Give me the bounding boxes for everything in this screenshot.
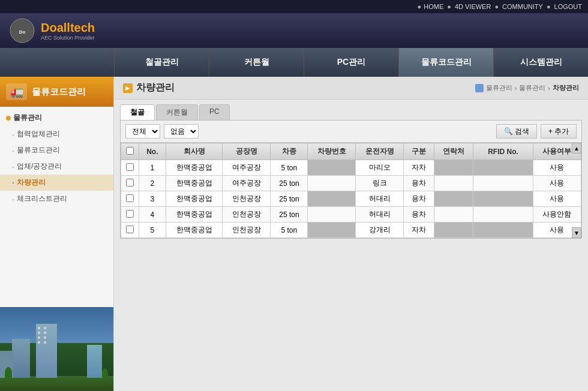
viewer-link[interactable]: 4D VIEWER bbox=[455, 3, 491, 10]
row-checkbox-3[interactable] bbox=[126, 210, 134, 218]
cell-category: 자차 bbox=[404, 222, 434, 238]
main-content: ▶ 차량관리 물류관리 › 물류관리 › 차량관리 철골 커튼월 PC 전체 bbox=[114, 77, 588, 391]
select-all-checkbox[interactable] bbox=[126, 147, 134, 155]
page-title: 차량관리 bbox=[136, 82, 175, 94]
cell-contact bbox=[434, 222, 473, 238]
breadcrumb-1: 물류관리 bbox=[486, 83, 512, 92]
cell-company: 한맥중공업 bbox=[166, 176, 223, 191]
building-windows bbox=[38, 327, 40, 329]
sidebar-item-mulryukode[interactable]: 물류코드관리 bbox=[0, 142, 113, 158]
nav-mulryu[interactable]: 물류코드관리 bbox=[398, 48, 493, 77]
sub-tabs: 철골 커튼월 PC bbox=[114, 100, 588, 120]
cell-factory: 인천공장 bbox=[223, 191, 271, 207]
th-no: No. bbox=[139, 143, 166, 160]
cell-driver: 마리오 bbox=[356, 160, 404, 176]
cell-plate bbox=[308, 176, 356, 191]
sidebar: 🚛 물류코드관리 물류관리 협력업체관리 물류코드관리 업체/공장관리 차량관리… bbox=[0, 77, 114, 391]
cell-rfid bbox=[473, 207, 533, 222]
breadcrumb: 물류관리 › 물류관리 › 차량관리 bbox=[475, 83, 579, 92]
dot-1: ● bbox=[447, 3, 451, 10]
sidebar-item-hyeopryeok[interactable]: 협력업체관리 bbox=[0, 126, 113, 142]
breadcrumb-3: 차량관리 bbox=[553, 83, 579, 92]
tab-cheolgol[interactable]: 철골 bbox=[120, 104, 155, 120]
logo-text: Doalltech AEC Solution Provider bbox=[41, 21, 95, 41]
tree-2 bbox=[102, 368, 108, 379]
sidebar-item-checklist[interactable]: 체크리스트관리 bbox=[0, 191, 113, 207]
sidebar-item-eopche[interactable]: 업체/공장관리 bbox=[0, 158, 113, 175]
tab-pc[interactable]: PC bbox=[199, 104, 230, 120]
tab-curtainwall[interactable]: 커튼월 bbox=[156, 104, 198, 120]
row-checkbox-cell bbox=[121, 207, 139, 222]
scroll-up-button[interactable]: ▲ bbox=[572, 143, 581, 154]
add-icon: + bbox=[548, 127, 553, 136]
building-3 bbox=[87, 345, 102, 378]
ground bbox=[0, 376, 114, 391]
cell-factory: 인천공장 bbox=[223, 222, 271, 238]
cell-company: 한맥중공업 bbox=[166, 222, 223, 238]
header: Do Doalltech AEC Solution Provider bbox=[0, 13, 588, 48]
breadcrumb-icon bbox=[475, 84, 484, 92]
cell-driver: 허대리 bbox=[356, 207, 404, 222]
cell-contact bbox=[434, 207, 473, 222]
nav-spacer bbox=[0, 48, 114, 77]
logout-link[interactable]: LOGOUT bbox=[554, 3, 582, 10]
row-checkbox-cell bbox=[121, 176, 139, 191]
cell-category: 용차 bbox=[404, 191, 434, 207]
row-checkbox-4[interactable] bbox=[126, 225, 134, 233]
tree-1 bbox=[5, 367, 12, 379]
cell-rfid bbox=[473, 176, 533, 191]
community-link[interactable]: COMMUNITY bbox=[502, 3, 543, 10]
brand-part1: Do bbox=[41, 21, 57, 34]
row-checkbox-1[interactable] bbox=[126, 179, 134, 187]
cell-type: 25 ton bbox=[271, 176, 308, 191]
table-wrapper: No. 회사명 공장명 차종 차량번호 운전자명 구분 연락처 RFID No.… bbox=[121, 143, 581, 238]
th-contact: 연락처 bbox=[434, 143, 473, 160]
table-scroll[interactable]: No. 회사명 공장명 차종 차량번호 운전자명 구분 연락처 RFID No.… bbox=[121, 143, 581, 238]
cell-usage: 사용 bbox=[533, 191, 581, 207]
cell-driver: 링크 bbox=[356, 176, 404, 191]
search-icon: 🔍 bbox=[504, 127, 513, 136]
filter-select-2[interactable]: 없음 bbox=[164, 124, 199, 139]
filter-select-1[interactable]: 전체 bbox=[125, 124, 160, 139]
th-checkbox bbox=[121, 143, 139, 160]
table-body: 1 한맥중공업 여주공장 5 ton 마리오 자차 사용 2 한맥중공업 여주공… bbox=[121, 160, 581, 238]
top-navigation: ● HOME ● 4D VIEWER ● COMMUNITY ● LOGOUT bbox=[0, 0, 588, 13]
brand-sub: AEC Solution Provider bbox=[41, 35, 95, 41]
add-button[interactable]: + 추가 bbox=[541, 124, 577, 139]
row-checkbox-2[interactable] bbox=[126, 194, 134, 202]
bullet-home: ● bbox=[418, 3, 422, 10]
building-2 bbox=[12, 339, 30, 378]
cell-category: 자차 bbox=[404, 160, 434, 176]
search-button[interactable]: 🔍 검색 bbox=[496, 124, 537, 139]
nav-cheolgol[interactable]: 철골관리 bbox=[114, 48, 209, 77]
dot-2: ● bbox=[494, 3, 499, 10]
cell-factory: 여주공장 bbox=[223, 160, 271, 176]
scroll-down-button[interactable]: ▼ bbox=[572, 227, 581, 238]
logo-icon: Do bbox=[9, 17, 36, 44]
nav-curtainwall[interactable]: 커튼월 bbox=[209, 48, 304, 77]
cell-driver: 강개리 bbox=[356, 222, 404, 238]
th-rfid: RFID No. bbox=[473, 143, 533, 160]
th-driver: 운전자명 bbox=[356, 143, 404, 160]
sidebar-item-charyang[interactable]: 차량관리 bbox=[0, 175, 113, 191]
table-row: 3 한맥중공업 인천공장 25 ton 허대리 용차 사용 bbox=[121, 191, 581, 207]
data-table: No. 회사명 공장명 차종 차량번호 운전자명 구분 연락처 RFID No.… bbox=[121, 143, 581, 238]
cell-factory: 인천공장 bbox=[223, 207, 271, 222]
page-header: ▶ 차량관리 물류관리 › 물류관리 › 차량관리 bbox=[114, 77, 588, 100]
cell-type: 25 ton bbox=[271, 207, 308, 222]
main-navigation: 철골관리 커튼월 PC관리 물류코드관리 시스템관리 bbox=[0, 48, 588, 77]
page-title-area: ▶ 차량관리 bbox=[123, 82, 175, 94]
home-link[interactable]: HOME bbox=[424, 3, 443, 10]
cell-no: 3 bbox=[139, 191, 166, 207]
nav-pc[interactable]: PC관리 bbox=[304, 48, 398, 77]
content-area: 🚛 물류코드관리 물류관리 협력업체관리 물류코드관리 업체/공장관리 차량관리… bbox=[0, 77, 588, 391]
brand-part2: all bbox=[57, 21, 70, 34]
cell-factory: 여주공장 bbox=[223, 176, 271, 191]
cell-category: 용차 bbox=[404, 207, 434, 222]
cell-type: 5 ton bbox=[271, 160, 308, 176]
cell-type: 25 ton bbox=[271, 191, 308, 207]
nav-system[interactable]: 시스템관리 bbox=[493, 48, 588, 77]
row-checkbox-0[interactable] bbox=[126, 163, 134, 171]
cell-rfid bbox=[473, 222, 533, 238]
th-category: 구분 bbox=[404, 143, 434, 160]
